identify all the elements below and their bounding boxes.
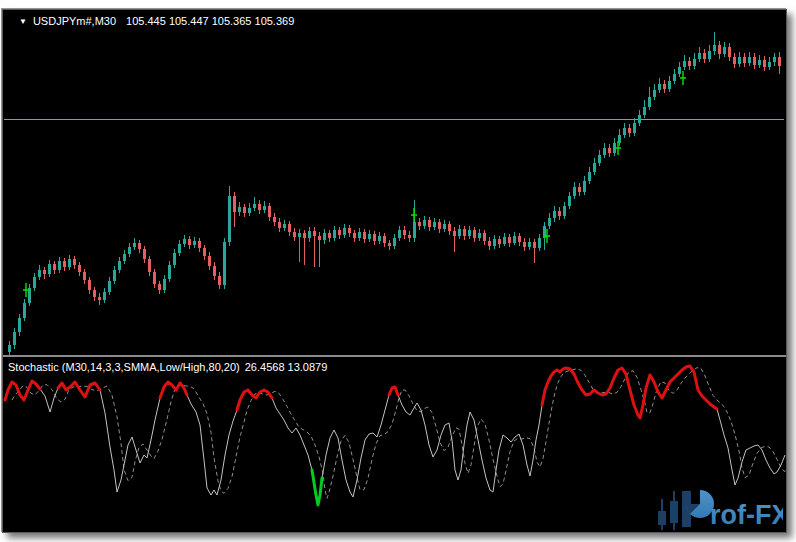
stochastic-values: 26.4568 13.0879 — [245, 361, 328, 373]
stochastic-name: Stochastic (M30,14,3,3,SMMA,Low/High,80,… — [8, 361, 240, 373]
chart-window: ▼USDJPYm#,M30105.445 105.447 105.365 105… — [2, 9, 787, 533]
panel-separator[interactable] — [3, 355, 786, 357]
ohlc-values: 105.445 105.447 105.365 105.369 — [126, 15, 294, 27]
stochastic-canvas[interactable] — [5, 366, 787, 505]
chevron-down-icon[interactable]: ▼ — [19, 15, 27, 29]
chart-header: ▼USDJPYm#,M30105.445 105.447 105.365 105… — [19, 14, 294, 29]
stochastic-indicator-label: Stochastic (M30,14,3,3,SMMA,Low/High,80,… — [8, 361, 327, 374]
price-chart-canvas[interactable] — [2, 9, 787, 533]
proffx-logo-graphic — [658, 490, 714, 530]
symbol-period-label: USDJPYm#,M30 — [33, 15, 116, 27]
proffx-logo: rof-FX — [655, 487, 783, 531]
proffx-logo-text: rof-FX — [710, 500, 783, 530]
candlesticks — [8, 32, 781, 355]
signal-cross-markers — [23, 71, 686, 297]
